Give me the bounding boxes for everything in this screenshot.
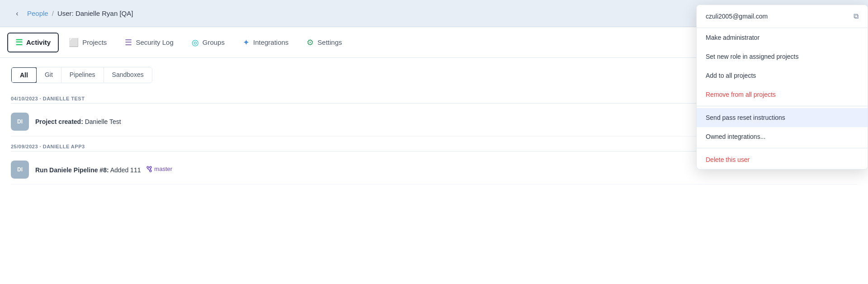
menu-send-reset[interactable]: Send pass reset instructions <box>697 108 868 127</box>
tab-settings[interactable]: ⚙ Settings <box>298 33 350 52</box>
tab-settings-label: Settings <box>317 38 342 46</box>
tab-activity-label: Activity <box>26 38 51 46</box>
activity-icon: ☰ <box>15 38 23 47</box>
tab-security-log[interactable]: ☰ Security Log <box>117 33 181 52</box>
tab-activity[interactable]: ☰ Activity <box>7 33 59 52</box>
avatar: DI <box>11 113 29 131</box>
activity-bold: Run Daniele Pipeline #8: <box>35 166 109 174</box>
tab-groups-label: Groups <box>203 38 225 46</box>
filter-pills: All Git Pipelines Sandboxes <box>11 67 152 83</box>
menu-delete-user[interactable]: Delete this user <box>697 150 868 169</box>
activity-normal: Added 111 <box>109 166 141 174</box>
dropdown-divider-2 <box>697 148 868 148</box>
tab-integrations-label: Integrations <box>253 38 288 46</box>
menu-owned-integrations[interactable]: Owned integrations... <box>697 127 868 146</box>
breadcrumb-separator: / <box>52 9 54 17</box>
settings-icon: ⚙ <box>307 38 314 47</box>
dropdown-menu: czuli2005@gmail.com ⧉ Make administrator… <box>696 5 868 170</box>
dropdown-divider-1 <box>697 106 868 106</box>
menu-make-admin[interactable]: Make administrator <box>697 28 868 47</box>
activity-text: Run Daniele Pipeline #8: Added 111 maste… <box>35 166 172 174</box>
tab-projects[interactable]: ⬜ Projects <box>61 33 115 52</box>
filter-all[interactable]: All <box>11 67 37 83</box>
activity-text: Project created: Danielle Test <box>35 118 121 125</box>
integrations-icon: ✦ <box>243 38 250 47</box>
activity-normal: Danielle Test <box>83 118 121 125</box>
security-log-icon: ☰ <box>125 38 132 47</box>
activity-bold: Project created: <box>35 118 83 125</box>
groups-icon: ◎ <box>192 38 199 47</box>
back-button[interactable]: ‹ <box>11 7 24 20</box>
breadcrumb-current: User: Danielle Ryan [QA] <box>57 9 133 17</box>
copy-icon[interactable]: ⧉ <box>854 12 859 20</box>
branch-icon <box>146 166 152 172</box>
avatar: DI <box>11 161 29 179</box>
tab-groups[interactable]: ◎ Groups <box>184 33 233 52</box>
dropdown-email-row: czuli2005@gmail.com ⧉ <box>697 5 868 28</box>
filter-pipelines[interactable]: Pipelines <box>61 67 104 83</box>
dropdown-email: czuli2005@gmail.com <box>706 13 768 20</box>
tab-security-log-label: Security Log <box>136 38 173 46</box>
tab-projects-label: Projects <box>82 38 107 46</box>
tab-integrations[interactable]: ✦ Integrations <box>235 33 297 52</box>
breadcrumb: ‹ People / User: Danielle Ryan [QA] <box>11 7 133 20</box>
svg-point-2 <box>150 166 151 168</box>
menu-remove-all[interactable]: Remove from all projects <box>697 85 868 104</box>
menu-add-all[interactable]: Add to all projects <box>697 66 868 85</box>
breadcrumb-parent[interactable]: People <box>27 9 48 17</box>
projects-icon: ⬜ <box>69 38 79 47</box>
branch-tag: master <box>146 166 172 172</box>
menu-set-role[interactable]: Set new role in assigned projects <box>697 47 868 66</box>
filter-sandboxes[interactable]: Sandboxes <box>104 67 152 83</box>
filter-git[interactable]: Git <box>37 67 61 83</box>
branch-name: master <box>154 166 172 172</box>
svg-point-0 <box>147 166 149 168</box>
